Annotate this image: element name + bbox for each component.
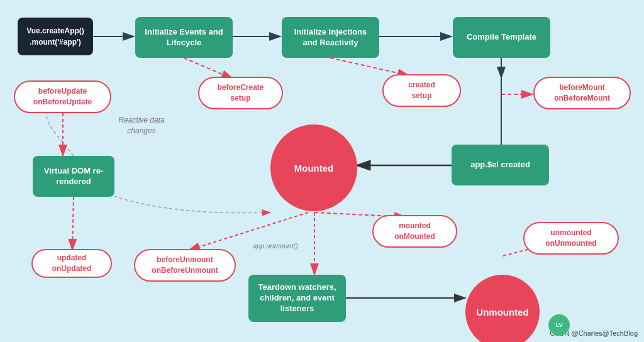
reactive-data-label: Reactive datachanges	[110, 115, 173, 136]
learnvue-logo: LV	[548, 314, 570, 336]
svg-line-8	[330, 58, 409, 75]
updated-oval: updatedonUpdated	[31, 249, 112, 278]
before-mount-oval: beforeMountonBeforeMount	[533, 77, 631, 109]
unmounted-circle: Unmounted	[465, 275, 540, 342]
virtual-dom-box: Virtual DOM re-rendered	[33, 156, 114, 197]
create-app-box: Vue.createApp().mount('#app')	[18, 18, 93, 55]
app-unmount-label: app.unmount()	[253, 242, 298, 250]
svg-line-7	[184, 58, 233, 79]
teardown-box: Teardown watchers, children, and event l…	[248, 275, 346, 322]
svg-line-16	[72, 197, 74, 250]
init-events-box: Initialize Events and Lifecycle	[135, 17, 233, 58]
unmounted-oval: unmountedonUnmounted	[523, 222, 619, 255]
before-create-oval: beforeCreatesetup	[198, 77, 283, 109]
mounted-oval: mountedonMounted	[372, 215, 457, 248]
before-unmount-oval: beforeUnmountonBeforeUnmount	[134, 249, 236, 282]
compile-template-box: Compile Template	[453, 17, 550, 58]
init-injections-box: Initialize Injections and Reactivity	[282, 17, 379, 58]
mounted-circle: Mounted	[270, 124, 357, 211]
before-update-oval: beforeUpdateonBeforeUpdate	[14, 80, 111, 113]
lifecycle-diagram: Vue.createApp().mount('#app') Initialize…	[0, 0, 644, 342]
app-sel-created-box: app.$el created	[452, 145, 549, 185]
created-setup-oval: createdsetup	[382, 74, 461, 107]
